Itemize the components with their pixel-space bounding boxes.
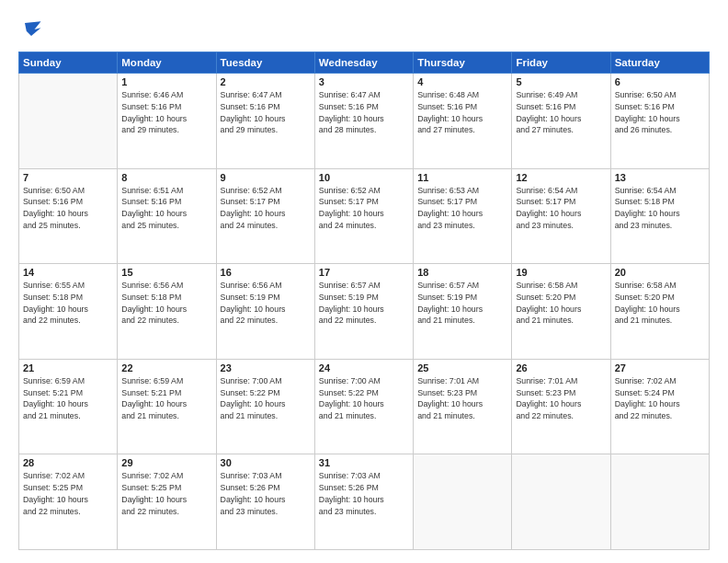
day-info: Sunrise: 7:00 AM Sunset: 5:22 PM Dayligh… xyxy=(221,375,311,422)
day-info: Sunrise: 7:02 AM Sunset: 5:24 PM Dayligh… xyxy=(615,375,705,422)
day-number: 8 xyxy=(121,172,211,183)
day-info: Sunrise: 6:48 AM Sunset: 5:16 PM Dayligh… xyxy=(417,89,507,136)
day-cell: 1Sunrise: 6:46 AM Sunset: 5:16 PM Daylig… xyxy=(118,74,216,169)
day-info: Sunrise: 6:51 AM Sunset: 5:16 PM Dayligh… xyxy=(121,185,211,232)
day-cell: 23Sunrise: 7:00 AM Sunset: 5:22 PM Dayli… xyxy=(216,359,314,454)
day-cell: 15Sunrise: 6:56 AM Sunset: 5:18 PM Dayli… xyxy=(118,264,216,360)
day-info: Sunrise: 6:47 AM Sunset: 5:16 PM Dayligh… xyxy=(221,89,311,136)
week-row-5: 28Sunrise: 7:02 AM Sunset: 5:25 PM Dayli… xyxy=(19,454,710,550)
day-cell: 27Sunrise: 7:02 AM Sunset: 5:24 PM Dayli… xyxy=(610,359,709,454)
day-info: Sunrise: 7:02 AM Sunset: 5:25 PM Dayligh… xyxy=(23,470,113,517)
day-number: 3 xyxy=(319,76,409,87)
day-number: 24 xyxy=(319,362,409,373)
day-number: 1 xyxy=(121,76,211,87)
day-cell: 13Sunrise: 6:54 AM Sunset: 5:18 PM Dayli… xyxy=(610,168,709,264)
weekday-header-thursday: Thursday xyxy=(414,52,512,74)
day-number: 16 xyxy=(221,267,311,278)
weekday-header-tuesday: Tuesday xyxy=(216,52,314,74)
day-cell xyxy=(19,74,118,169)
day-number: 28 xyxy=(23,457,113,468)
day-cell: 8Sunrise: 6:51 AM Sunset: 5:16 PM Daylig… xyxy=(118,168,216,264)
week-row-2: 7Sunrise: 6:50 AM Sunset: 5:16 PM Daylig… xyxy=(19,168,710,264)
day-cell: 20Sunrise: 6:58 AM Sunset: 5:20 PM Dayli… xyxy=(610,264,709,360)
day-info: Sunrise: 6:47 AM Sunset: 5:16 PM Dayligh… xyxy=(319,89,409,136)
weekday-header-friday: Friday xyxy=(512,52,610,74)
day-number: 26 xyxy=(516,362,606,373)
day-cell: 11Sunrise: 6:53 AM Sunset: 5:17 PM Dayli… xyxy=(414,168,512,264)
day-cell: 26Sunrise: 7:01 AM Sunset: 5:23 PM Dayli… xyxy=(512,359,610,454)
logo-icon xyxy=(18,17,44,42)
day-number: 21 xyxy=(23,362,113,373)
day-number: 29 xyxy=(121,457,211,468)
weekday-header-sunday: Sunday xyxy=(19,52,118,74)
day-cell: 7Sunrise: 6:50 AM Sunset: 5:16 PM Daylig… xyxy=(19,168,118,264)
day-number: 7 xyxy=(23,172,113,183)
day-info: Sunrise: 6:59 AM Sunset: 5:21 PM Dayligh… xyxy=(23,375,113,422)
day-info: Sunrise: 6:52 AM Sunset: 5:17 PM Dayligh… xyxy=(221,185,311,232)
day-info: Sunrise: 6:50 AM Sunset: 5:16 PM Dayligh… xyxy=(23,185,113,232)
day-cell: 3Sunrise: 6:47 AM Sunset: 5:16 PM Daylig… xyxy=(314,74,413,169)
day-cell: 2Sunrise: 6:47 AM Sunset: 5:16 PM Daylig… xyxy=(216,74,314,169)
logo xyxy=(18,17,48,42)
day-info: Sunrise: 7:00 AM Sunset: 5:22 PM Dayligh… xyxy=(319,375,409,422)
day-cell: 25Sunrise: 7:01 AM Sunset: 5:23 PM Dayli… xyxy=(414,359,512,454)
day-number: 14 xyxy=(23,267,113,278)
day-number: 6 xyxy=(615,76,705,87)
day-cell: 30Sunrise: 7:03 AM Sunset: 5:26 PM Dayli… xyxy=(216,454,314,550)
page: SundayMondayTuesdayWednesdayThursdayFrid… xyxy=(0,0,728,563)
day-number: 31 xyxy=(319,457,409,468)
day-number: 22 xyxy=(121,362,211,373)
week-row-1: 1Sunrise: 6:46 AM Sunset: 5:16 PM Daylig… xyxy=(19,74,710,169)
day-number: 30 xyxy=(221,457,311,468)
day-cell: 16Sunrise: 6:56 AM Sunset: 5:19 PM Dayli… xyxy=(216,264,314,360)
day-cell: 24Sunrise: 7:00 AM Sunset: 5:22 PM Dayli… xyxy=(314,359,413,454)
day-number: 9 xyxy=(221,172,311,183)
weekday-header-wednesday: Wednesday xyxy=(314,52,413,74)
day-info: Sunrise: 6:52 AM Sunset: 5:17 PM Dayligh… xyxy=(319,185,409,232)
day-cell: 19Sunrise: 6:58 AM Sunset: 5:20 PM Dayli… xyxy=(512,264,610,360)
day-info: Sunrise: 6:59 AM Sunset: 5:21 PM Dayligh… xyxy=(121,375,211,422)
day-number: 19 xyxy=(516,267,606,278)
day-number: 12 xyxy=(516,172,606,183)
day-cell xyxy=(414,454,512,550)
day-cell: 4Sunrise: 6:48 AM Sunset: 5:16 PM Daylig… xyxy=(414,74,512,169)
day-info: Sunrise: 6:57 AM Sunset: 5:19 PM Dayligh… xyxy=(417,280,507,327)
day-cell: 21Sunrise: 6:59 AM Sunset: 5:21 PM Dayli… xyxy=(19,359,118,454)
weekday-header-saturday: Saturday xyxy=(610,52,709,74)
day-info: Sunrise: 6:54 AM Sunset: 5:18 PM Dayligh… xyxy=(615,185,705,232)
day-cell xyxy=(512,454,610,550)
day-number: 20 xyxy=(615,267,705,278)
day-info: Sunrise: 6:56 AM Sunset: 5:19 PM Dayligh… xyxy=(221,280,311,327)
day-info: Sunrise: 6:54 AM Sunset: 5:17 PM Dayligh… xyxy=(516,185,606,232)
day-cell: 5Sunrise: 6:49 AM Sunset: 5:16 PM Daylig… xyxy=(512,74,610,169)
day-cell: 17Sunrise: 6:57 AM Sunset: 5:19 PM Dayli… xyxy=(314,264,413,360)
day-info: Sunrise: 7:02 AM Sunset: 5:25 PM Dayligh… xyxy=(121,470,211,517)
day-info: Sunrise: 6:49 AM Sunset: 5:16 PM Dayligh… xyxy=(516,89,606,136)
weekday-header-monday: Monday xyxy=(118,52,216,74)
day-cell: 12Sunrise: 6:54 AM Sunset: 5:17 PM Dayli… xyxy=(512,168,610,264)
week-row-4: 21Sunrise: 6:59 AM Sunset: 5:21 PM Dayli… xyxy=(19,359,710,454)
day-info: Sunrise: 6:58 AM Sunset: 5:20 PM Dayligh… xyxy=(516,280,606,327)
day-number: 27 xyxy=(615,362,705,373)
day-number: 5 xyxy=(516,76,606,87)
day-info: Sunrise: 7:03 AM Sunset: 5:26 PM Dayligh… xyxy=(221,470,311,517)
day-info: Sunrise: 6:50 AM Sunset: 5:16 PM Dayligh… xyxy=(615,89,705,136)
day-info: Sunrise: 7:03 AM Sunset: 5:26 PM Dayligh… xyxy=(319,470,409,517)
day-cell: 10Sunrise: 6:52 AM Sunset: 5:17 PM Dayli… xyxy=(314,168,413,264)
day-cell: 22Sunrise: 6:59 AM Sunset: 5:21 PM Dayli… xyxy=(118,359,216,454)
day-cell: 29Sunrise: 7:02 AM Sunset: 5:25 PM Dayli… xyxy=(118,454,216,550)
day-number: 18 xyxy=(417,267,507,278)
day-number: 11 xyxy=(417,172,507,183)
day-info: Sunrise: 6:53 AM Sunset: 5:17 PM Dayligh… xyxy=(417,185,507,232)
day-info: Sunrise: 6:58 AM Sunset: 5:20 PM Dayligh… xyxy=(615,280,705,327)
day-cell: 18Sunrise: 6:57 AM Sunset: 5:19 PM Dayli… xyxy=(414,264,512,360)
day-info: Sunrise: 6:46 AM Sunset: 5:16 PM Dayligh… xyxy=(121,89,211,136)
weekday-header-row: SundayMondayTuesdayWednesdayThursdayFrid… xyxy=(19,52,710,74)
day-number: 15 xyxy=(121,267,211,278)
day-info: Sunrise: 6:55 AM Sunset: 5:18 PM Dayligh… xyxy=(23,280,113,327)
calendar-table: SundayMondayTuesdayWednesdayThursdayFrid… xyxy=(18,52,710,550)
day-number: 2 xyxy=(221,76,311,87)
day-cell: 6Sunrise: 6:50 AM Sunset: 5:16 PM Daylig… xyxy=(610,74,709,169)
day-number: 13 xyxy=(615,172,705,183)
day-info: Sunrise: 6:57 AM Sunset: 5:19 PM Dayligh… xyxy=(319,280,409,327)
